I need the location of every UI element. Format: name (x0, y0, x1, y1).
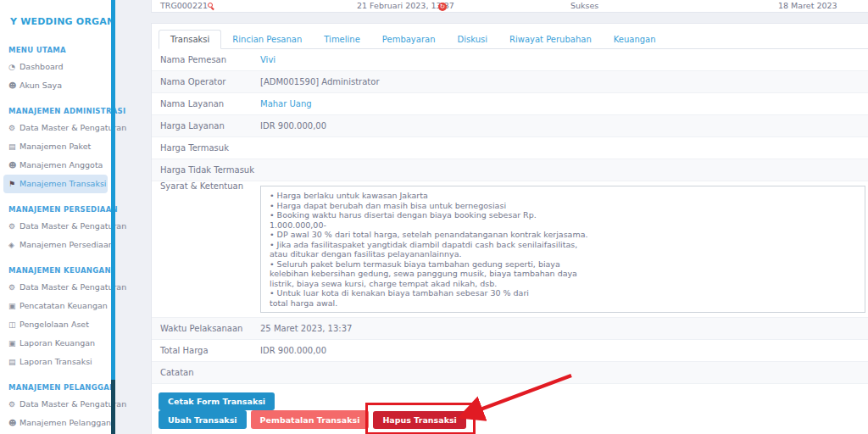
cart-icon: ⚑ (8, 175, 19, 193)
table-row: Harga Termasuk (152, 137, 868, 159)
sidebar-section-menu-utama: MENU UTAMA ◔Dashboard ☻Akun Saya (0, 42, 111, 95)
customer-link[interactable]: Vivi (260, 55, 275, 64)
transaction-row[interactable]: TRG000221 21 Februari 2023, 13:37 ↻ Suks… (151, 0, 868, 13)
section-title: MANAJEMEN ADMINISTRASI (0, 103, 111, 119)
sidebar-item-data-master-pelanggan[interactable]: ⚙Data Master & Pengaturan (0, 395, 111, 414)
book-icon: ▤ (8, 353, 19, 371)
service-link[interactable]: Mahar Uang (260, 99, 312, 108)
table-row: Nama Layanan Mahar Uang (152, 93, 868, 115)
detail-table: Nama Pemesan Vivi Nama Operator [ADM0015… (152, 49, 868, 384)
sidebar-section-administrasi: MANAJEMEN ADMINISTRASI ⚙Data Master & Pe… (0, 103, 111, 193)
transaction-id: TRG000221 (160, 0, 208, 12)
delete-transaction-button[interactable]: Hapus Transaksi (373, 411, 465, 429)
transaction-date: 18 Maret 2023 (778, 0, 837, 12)
money-icon: ▣ (8, 334, 19, 353)
sidebar-item-manajemen-anggota[interactable]: ☻Manajemen Anggota (0, 156, 111, 175)
sidebar-item-manajemen-paket[interactable]: ▤Manajemen Paket (0, 137, 111, 156)
tab-transaksi[interactable]: Transaksi (159, 30, 221, 49)
truck-icon: ◈ (8, 236, 19, 254)
transaction-status: Sukses (570, 0, 598, 12)
table-row: Nama Operator [ADM001590] Administrator (152, 71, 868, 93)
sidebar-section-pelanggan: MANAJEMEN PELANGGAN ⚙Data Master & Penga… (0, 380, 111, 432)
tab-bar: Transaksi Rincian Pesanan Timeline Pemba… (159, 31, 868, 49)
sidebar-item-laporan-transaksi[interactable]: ▤Laporan Transaksi (0, 353, 111, 371)
table-row: Nama Pemesan Vivi (152, 49, 868, 71)
sidebar-item-data-master-admin[interactable]: ⚙Data Master & Pengaturan (0, 119, 111, 137)
tab-keuangan[interactable]: Keuangan (603, 31, 667, 48)
sidebar-item-manajemen-persediaan[interactable]: ◈Manajemen Persediaan (0, 236, 111, 254)
terms-text: • Harga berlaku untuk kawasan Jakarta • … (260, 186, 865, 313)
tab-rincian-pesanan[interactable]: Rincian Pesanan (221, 31, 313, 48)
gears-icon: ⚙ (8, 278, 19, 297)
sidebar-item-manajemen-pelanggan[interactable]: ☻Manajemen Pelanggan (0, 414, 111, 432)
users-icon: ☻ (8, 156, 19, 175)
sidebar-item-laporan-keuangan[interactable]: ▣Laporan Keuangan (0, 334, 111, 353)
users-icon: ☻ (8, 414, 19, 432)
sidebar-item-data-master-keuangan[interactable]: ⚙Data Master & Pengaturan (0, 278, 111, 297)
money-icon: ▣ (8, 297, 19, 315)
tab-timeline[interactable]: Timeline (313, 31, 371, 48)
sidebar-scrollbar-thumb[interactable] (111, 380, 115, 434)
sidebar-item-manajemen-transaksi[interactable]: ⚑Manajemen Transaksi (3, 175, 108, 193)
brand-name: Y WEDDING ORGANIZER (10, 16, 111, 27)
sidebar-item-akun-saya[interactable]: ☻Akun Saya (0, 76, 111, 95)
table-row: Harga Layanan IDR 900.000,00 (152, 115, 868, 137)
sidebar: Y WEDDING ORGANIZER MENU UTAMA ◔Dashboar… (0, 0, 111, 434)
cancel-transaction-button[interactable]: Pembatalan Transaksi (251, 410, 370, 429)
user-icon: ☻ (8, 76, 19, 95)
sidebar-section-keuangan: MANAJEMEN KEUANGAN ⚙Data Master & Pengat… (0, 263, 111, 371)
sidebar-item-pencatatan-keuangan[interactable]: ▣Pencatatan Keuangan (0, 297, 111, 315)
briefcase-icon: ◫ (8, 315, 19, 334)
main-content: TRG000221 21 Februari 2023, 13:37 ↻ Suks… (115, 0, 868, 434)
section-title: MANAJEMEN PELANGGAN (0, 380, 111, 395)
print-transaction-button[interactable]: Cetak Form Transaksi (159, 392, 275, 410)
tab-diskusi[interactable]: Diskusi (447, 31, 499, 48)
gears-icon: ⚙ (8, 395, 19, 414)
sidebar-section-persediaan: MANAJEMEN PERSEDIAAN ⚙Data Master & Peng… (0, 202, 111, 254)
table-row: Total Harga IDR 900.000,00 (152, 340, 868, 362)
gears-icon: ⚙ (8, 119, 19, 137)
sidebar-scrollbar-track[interactable] (111, 0, 115, 434)
tab-riwayat-perubahan[interactable]: Riwayat Perubahan (498, 31, 603, 48)
table-row-terms: Syarat & Ketentuan • Harga berlaku untuk… (152, 181, 868, 318)
edit-transaction-button[interactable]: Ubah Transaksi (159, 410, 247, 429)
sidebar-item-pengelolaan-aset[interactable]: ◫Pengelolaan Aset (0, 315, 111, 334)
brand[interactable]: Y WEDDING ORGANIZER (0, 0, 111, 34)
dashboard-icon: ◔ (8, 58, 19, 76)
tab-pembayaran[interactable]: Pembayaran (371, 31, 447, 48)
sidebar-item-data-master-persediaan[interactable]: ⚙Data Master & Pengaturan (0, 217, 111, 236)
table-row: Waktu Pelaksanaan 25 Maret 2023, 13:37 (152, 318, 868, 340)
search-plus-icon[interactable] (208, 3, 215, 10)
sidebar-item-dashboard[interactable]: ◔Dashboard (0, 58, 111, 76)
delete-button-wrapper: Hapus Transaksi (373, 410, 465, 429)
table-row: Harga Tidak Termasuk (152, 159, 868, 181)
table-row: Catatan (152, 362, 868, 384)
section-title: MANAJEMEN KEUANGAN (0, 263, 111, 278)
gears-icon: ⚙ (8, 217, 19, 236)
section-title: MENU UTAMA (0, 42, 111, 58)
detail-card: Transaksi Rincian Pesanan Timeline Pemba… (151, 23, 868, 434)
section-title: MANAJEMEN PERSEDIAAN (0, 202, 111, 217)
book-icon: ▤ (8, 137, 19, 156)
clock-icon: ↻ (438, 3, 447, 11)
